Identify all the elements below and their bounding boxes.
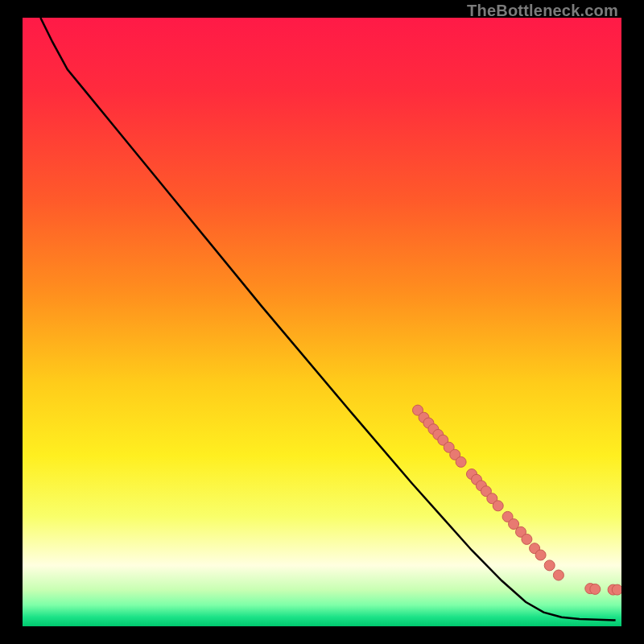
data-marker [553,570,564,580]
data-marker [535,550,546,560]
chart-svg [23,18,621,626]
gradient-background [23,18,621,626]
chart-frame: TheBottleneck.com [0,0,644,644]
plot-area [23,18,621,626]
data-marker [493,501,503,511]
data-marker [544,560,555,571]
data-marker [456,456,466,467]
data-marker [612,584,621,595]
data-marker [522,534,532,544]
data-marker [590,584,601,594]
